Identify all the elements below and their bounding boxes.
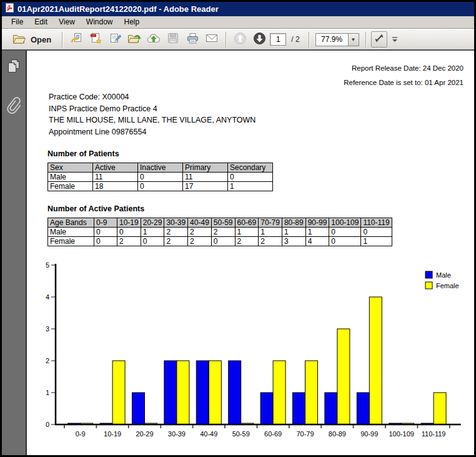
active-patients-table-head: Age Bands0-910-1920-2930-3940-4950-5960-…	[48, 218, 392, 228]
x-tick-label: 70-79	[296, 430, 314, 438]
age-distribution-chart: 0123450-910-1920-2930-3940-4950-5960-697…	[31, 260, 472, 445]
x-tick-label: 80-89	[329, 430, 346, 438]
y-tick-label: 0	[46, 421, 49, 428]
column-header: Active	[93, 163, 138, 173]
column-header: 10-19	[117, 218, 141, 228]
title-bar[interactable]: 01Apr2021AuditReport24122020.pdf - Adobe…	[2, 2, 474, 16]
email-button[interactable]	[203, 31, 221, 48]
sign-document-icon	[109, 32, 122, 48]
column-header: 60-69	[235, 218, 259, 228]
bar-female-90-99	[369, 297, 382, 424]
zoom-dropdown-button[interactable]: ▼	[348, 33, 359, 46]
toolbar-separator	[226, 32, 226, 48]
column-header: 20-29	[141, 218, 164, 228]
table-cell: 2	[188, 228, 212, 237]
bar-male-20-29	[132, 393, 145, 424]
table-cell: Male	[48, 173, 93, 182]
practice-line-1: INPS Practice Demo Practice 4	[49, 103, 474, 115]
table-cell: Female	[48, 182, 93, 191]
patients-table-title: Number of Patients	[47, 149, 474, 158]
table-cell: 11	[93, 173, 138, 182]
create-pdf-icon	[89, 32, 102, 48]
table-cell: 0	[361, 228, 392, 237]
attachments-icon[interactable]	[6, 97, 22, 118]
menu-window[interactable]: Window	[81, 16, 119, 28]
cloud-upload-icon	[147, 32, 161, 48]
window-title: 01Apr2021AuditReport24122020.pdf - Adobe…	[17, 4, 219, 14]
previous-page-button[interactable]	[231, 31, 249, 48]
page-number-input[interactable]: 1	[270, 33, 286, 46]
bar-female-80-89	[337, 329, 350, 424]
menu-bar: FileEditViewWindowHelp	[2, 16, 474, 29]
table-cell: 11	[183, 173, 228, 182]
table-cell: 1	[305, 228, 329, 237]
table-cell: 1	[361, 237, 392, 246]
print-button[interactable]	[184, 31, 201, 48]
toolbar-separator	[309, 32, 309, 48]
send-file-button[interactable]	[67, 31, 85, 48]
x-tick-label: 0-9	[76, 430, 86, 438]
table-row: Female180171	[48, 182, 273, 191]
reference-date: Reference Date is set to: 01 Apr 2021	[27, 76, 464, 90]
table-cell: 2	[211, 228, 235, 237]
create-pdf-button[interactable]	[87, 31, 104, 48]
table-cell: 0	[141, 237, 164, 246]
x-tick-label: 30-39	[168, 430, 186, 438]
column-header: Age Bands	[48, 218, 94, 228]
table-cell: 0	[138, 182, 183, 191]
pdf-page: Report Release Date: 24 Dec 2020 Referen…	[27, 51, 474, 455]
page-count-label: / 2	[291, 35, 299, 44]
bar-male-60-69	[260, 393, 273, 424]
patients-table: SexActiveInactivePrimarySecondary Male11…	[47, 163, 273, 191]
report-dates: Report Release Date: 24 Dec 2020 Referen…	[27, 61, 464, 90]
table-cell: 4	[305, 237, 329, 246]
toolbar-options-button[interactable]	[389, 31, 400, 48]
table-cell: 3	[282, 237, 305, 246]
menu-edit[interactable]: Edit	[29, 16, 53, 28]
menu-file[interactable]: File	[6, 16, 29, 28]
report-release-date: Report Release Date: 24 Dec 2020	[27, 61, 464, 76]
page-up-icon	[234, 32, 247, 48]
column-header: 100-109	[329, 218, 361, 228]
table-cell: 1	[228, 182, 273, 191]
cloud-upload-button[interactable]	[145, 31, 162, 48]
active-patients-table-title: Number of Active Patients	[47, 204, 474, 213]
x-tick-label: 50-59	[232, 430, 250, 438]
bar-male-80-89	[325, 393, 337, 424]
table-row: Female020220223401	[48, 237, 392, 246]
next-page-button[interactable]	[250, 31, 268, 48]
active-patients-table: Age Bands0-910-1920-2930-3940-4950-5960-…	[47, 218, 392, 246]
table-cell: 2	[259, 237, 282, 246]
export-folder-button[interactable]	[126, 31, 143, 48]
table-cell: 0	[94, 228, 117, 237]
table-cell: 2	[164, 228, 188, 237]
table-cell: 0	[94, 237, 117, 246]
save-button[interactable]	[164, 31, 182, 48]
menu-help[interactable]: Help	[119, 16, 146, 28]
legend-label-male: Male	[436, 271, 451, 279]
open-folder-icon	[12, 33, 26, 46]
table-cell: 0	[138, 173, 183, 182]
table-cell: 0	[228, 173, 273, 182]
toolbar: Open	[2, 29, 474, 51]
open-button[interactable]: Open	[7, 32, 57, 48]
column-header: 80-89	[282, 218, 305, 228]
table-cell: 1	[282, 228, 305, 237]
menu-view[interactable]: View	[53, 16, 81, 28]
document-area: Report Release Date: 24 Dec 2020 Referen…	[2, 51, 474, 455]
bar-female-60-69	[273, 361, 285, 424]
table-cell: 2	[188, 237, 212, 246]
legend-swatch-female	[425, 282, 432, 289]
fit-window-button[interactable]	[371, 31, 387, 48]
x-tick-label: 20-29	[136, 430, 153, 438]
table-cell: 18	[93, 182, 138, 191]
column-header: 0-9	[94, 218, 117, 228]
zoom-level-input[interactable]: 77.9%	[315, 33, 348, 46]
active-patients-table-body: Male001222111100Female020220223401	[48, 228, 392, 246]
column-header: 50-59	[211, 218, 235, 228]
page-thumbnails-icon[interactable]	[6, 58, 21, 77]
table-header-row: Age Bands0-910-1920-2930-3940-4950-5960-…	[48, 218, 392, 228]
sign-document-button[interactable]	[106, 31, 124, 48]
practice-line-3: Appointment Line 09876554	[49, 126, 474, 138]
x-tick-label: 40-49	[200, 430, 217, 438]
